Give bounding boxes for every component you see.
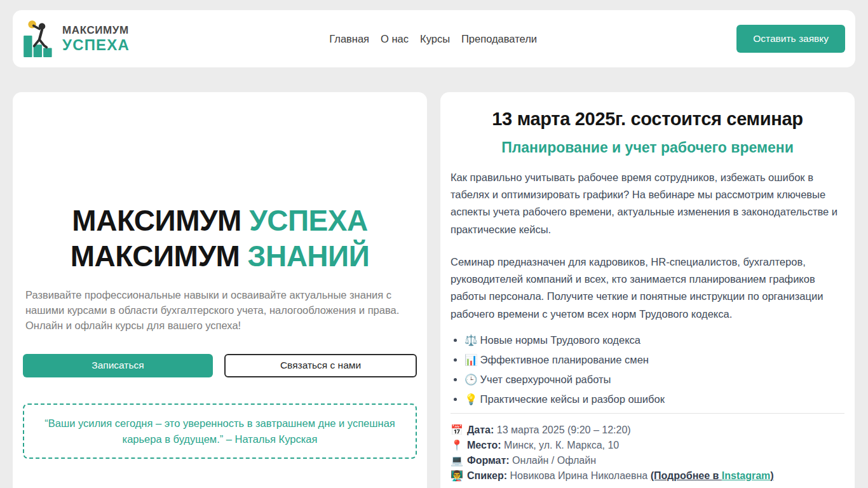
seminar-card: 13 марта 2025г. состоится семинар Планир… [440,92,855,488]
detail-format: 💻Формат: Онлайн / Офлайн [451,453,844,468]
detail-value: Новикова Ирина Николаевна [510,470,648,481]
instagram-link-prefix: (Подробнее в [651,470,722,481]
content: МАКСИМУМ УСПЕХАМАКСИМУМ ЗНАНИЙ Развивайт… [13,92,855,488]
laptop-icon: 💻 [451,455,463,466]
detail-date: 📅Дата: 13 марта 2025 (9:20 – 12:20) [451,423,844,438]
detail-label: Место: [467,440,501,451]
scales-icon: ⚖️ [465,334,478,346]
quote-text: “Ваши усилия сегодня – это уверенность в… [44,417,395,445]
instagram-link[interactable]: (Подробнее в Instagram) [651,470,774,481]
hero-title-line1-black: МАКСИМУМ [72,204,241,237]
detail-label: Спикер: [467,470,507,481]
logo[interactable]: МАКСИМУМ УСПЕХА [23,18,130,60]
header: МАКСИМУМ УСПЕХА Главная О нас Курсы Преп… [13,10,855,67]
nav-item-about[interactable]: О нас [381,33,409,45]
seminar-subtitle: Планирование и учет рабочего времени [451,139,844,156]
hero-title-line1-teal: УСПЕХА [249,204,367,237]
hero-description: Развивайте профессиональные навыки и осв… [23,288,417,334]
hero-buttons: Записаться Связаться с нами [23,354,417,377]
detail-label: Формат: [467,455,510,466]
seminar-paragraph-2: Семинар предназначен для кадровиков, HR-… [451,254,844,323]
leave-request-button[interactable]: Оставить заявку [736,25,845,53]
list-item: ⚖️Новые нормы Трудового кодекса [465,334,844,346]
detail-value: 13 марта 2025 (9:20 – 12:20) [497,424,631,435]
seminar-topics-list: ⚖️Новые нормы Трудового кодекса 📊Эффекти… [465,334,844,405]
pin-icon: 📍 [451,440,463,451]
calendar-icon: 📅 [451,424,463,435]
quote-box: “Ваши усилия сегодня – это уверенность в… [23,403,417,459]
brand-name-top: МАКСИМУМ [62,25,130,36]
page: МАКСИМУМ УСПЕХА Главная О нас Курсы Преп… [0,0,868,488]
list-item: 📊Эффективное планирование смен [465,354,844,366]
list-item: 💡Практические кейсы и разбор ошибок [465,393,844,405]
light-bulb-icon: 💡 [465,393,478,405]
nav-item-teachers[interactable]: Преподаватели [461,33,537,45]
hero-title: МАКСИМУМ УСПЕХАМАКСИМУМ ЗНАНИЙ [23,203,417,274]
detail-value: Онлайн / Офлайн [512,455,596,466]
topic-text: Учет сверхурочной работы [480,374,611,385]
nav-item-courses[interactable]: Курсы [420,33,450,45]
topic-text: Эффективное планирование смен [480,354,649,365]
detail-value: Минск, ул. К. Маркса, 10 [504,440,619,451]
detail-speaker: 👨‍🏫Спикер: Новикова Ирина Николаевна (По… [451,468,844,484]
signup-button[interactable]: Записаться [23,354,213,377]
bar-chart-icon: 📊 [465,354,478,365]
nav-item-home[interactable]: Главная [329,33,369,45]
list-item: 🕒Учет сверхурочной работы [465,374,844,386]
divider [451,413,844,414]
topic-text: Практические кейсы и разбор ошибок [480,393,665,405]
teacher-icon: 👨‍🏫 [451,470,463,481]
hero-card: МАКСИМУМ УСПЕХАМАКСИМУМ ЗНАНИЙ Развивайт… [13,92,427,488]
contact-us-button[interactable]: Связаться с нами [224,354,417,377]
topic-text: Новые нормы Трудового кодекса [480,334,641,346]
clock-icon: 🕒 [465,374,478,385]
logo-stairs-icon [23,18,57,60]
detail-place: 📍Место: Минск, ул. К. Маркса, 10 [451,438,844,453]
hero-title-line2-black: МАКСИМУМ [71,240,240,273]
seminar-details: 📅Дата: 13 марта 2025 (9:20 – 12:20) 📍Мес… [451,423,844,484]
seminar-paragraph-1: Как правильно учитывать рабочее время со… [451,169,844,238]
detail-label: Дата: [467,424,494,435]
instagram-link-word: Instagram [722,470,770,481]
logo-text: МАКСИМУМ УСПЕХА [62,25,130,53]
brand-name-bottom: УСПЕХА [62,37,130,53]
hero-title-line2-teal: ЗНАНИЙ [248,240,370,273]
seminar-title: 13 марта 2025г. состоится семинар [451,109,844,130]
instagram-link-suffix: ) [770,470,773,481]
main-nav: Главная О нас Курсы Преподаватели [130,33,736,45]
